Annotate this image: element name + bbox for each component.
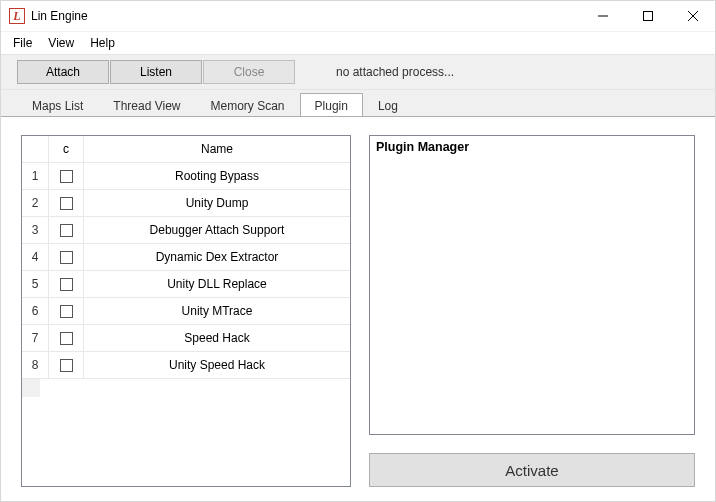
activate-button[interactable]: Activate (369, 453, 695, 487)
table-row[interactable]: 4Dynamic Dex Extractor (22, 244, 350, 271)
plugin-name: Speed Hack (84, 325, 351, 352)
row-checkbox-cell (49, 298, 84, 325)
row-index: 8 (22, 352, 49, 379)
plugin-detail-box: Plugin Manager (369, 135, 695, 435)
menu-bar: File View Help (1, 32, 715, 54)
plugin-table: c Name 1Rooting Bypass2Unity Dump3Debugg… (22, 136, 350, 379)
plugin-checkbox[interactable] (60, 251, 73, 264)
minimize-icon (598, 11, 608, 21)
tab-maps-list[interactable]: Maps List (17, 93, 98, 117)
list-empty-area (22, 379, 350, 486)
table-row[interactable]: 6Unity MTrace (22, 298, 350, 325)
row-index: 1 (22, 163, 49, 190)
app-icon: L (9, 8, 25, 24)
content-area: c Name 1Rooting Bypass2Unity Dump3Debugg… (1, 116, 715, 501)
listen-button[interactable]: Listen (110, 60, 202, 84)
toolbar: Attach Listen Close no attached process.… (1, 54, 715, 90)
row-checkbox-cell (49, 352, 84, 379)
table-row[interactable]: 3Debugger Attach Support (22, 217, 350, 244)
row-index: 7 (22, 325, 49, 352)
table-row[interactable]: 7Speed Hack (22, 325, 350, 352)
row-index: 3 (22, 217, 49, 244)
plugin-checkbox[interactable] (60, 278, 73, 291)
app-window: L Lin Engine File View Help Attach Liste… (0, 0, 716, 502)
maximize-icon (643, 11, 653, 21)
plugin-checkbox[interactable] (60, 332, 73, 345)
row-checkbox-cell (49, 325, 84, 352)
row-index: 4 (22, 244, 49, 271)
row-index: 2 (22, 190, 49, 217)
row-index: 6 (22, 298, 49, 325)
plugin-name: Rooting Bypass (84, 163, 351, 190)
row-checkbox-cell (49, 217, 84, 244)
window-title: Lin Engine (31, 9, 88, 23)
menu-view[interactable]: View (40, 34, 82, 52)
row-checkbox-cell (49, 163, 84, 190)
scroll-corner (22, 379, 40, 397)
attach-button[interactable]: Attach (17, 60, 109, 84)
minimize-button[interactable] (580, 1, 625, 31)
plugin-name: Debugger Attach Support (84, 217, 351, 244)
plugin-name: Unity Speed Hack (84, 352, 351, 379)
plugin-checkbox[interactable] (60, 305, 73, 318)
tab-memory-scan[interactable]: Memory Scan (196, 93, 300, 117)
row-index: 5 (22, 271, 49, 298)
close-icon (688, 11, 698, 21)
table-row[interactable]: 5Unity DLL Replace (22, 271, 350, 298)
plugin-checkbox[interactable] (60, 197, 73, 210)
row-checkbox-cell (49, 271, 84, 298)
menu-file[interactable]: File (5, 34, 40, 52)
maximize-button[interactable] (625, 1, 670, 31)
menu-help[interactable]: Help (82, 34, 123, 52)
plugin-name: Unity Dump (84, 190, 351, 217)
plugin-name: Unity MTrace (84, 298, 351, 325)
plugin-name: Dynamic Dex Extractor (84, 244, 351, 271)
plugin-checkbox[interactable] (60, 170, 73, 183)
process-status: no attached process... (336, 65, 454, 79)
plugin-detail-title: Plugin Manager (376, 140, 469, 154)
tab-thread-view[interactable]: Thread View (98, 93, 195, 117)
column-check[interactable]: c (49, 136, 84, 163)
table-row[interactable]: 8Unity Speed Hack (22, 352, 350, 379)
tab-bar: Maps List Thread View Memory Scan Plugin… (1, 90, 715, 116)
close-window-button[interactable] (670, 1, 715, 31)
svg-rect-1 (643, 12, 652, 21)
row-checkbox-cell (49, 190, 84, 217)
table-row[interactable]: 2Unity Dump (22, 190, 350, 217)
table-row[interactable]: 1Rooting Bypass (22, 163, 350, 190)
column-name[interactable]: Name (84, 136, 351, 163)
plugin-name: Unity DLL Replace (84, 271, 351, 298)
title-bar[interactable]: L Lin Engine (1, 1, 715, 32)
plugin-list-pane: c Name 1Rooting Bypass2Unity Dump3Debugg… (21, 135, 351, 487)
column-index[interactable] (22, 136, 49, 163)
plugin-detail-pane: Plugin Manager Activate (369, 135, 695, 487)
plugin-checkbox[interactable] (60, 224, 73, 237)
tab-log[interactable]: Log (363, 93, 413, 117)
tab-plugin[interactable]: Plugin (300, 93, 363, 117)
plugin-checkbox[interactable] (60, 359, 73, 372)
row-checkbox-cell (49, 244, 84, 271)
close-button[interactable]: Close (203, 60, 295, 84)
